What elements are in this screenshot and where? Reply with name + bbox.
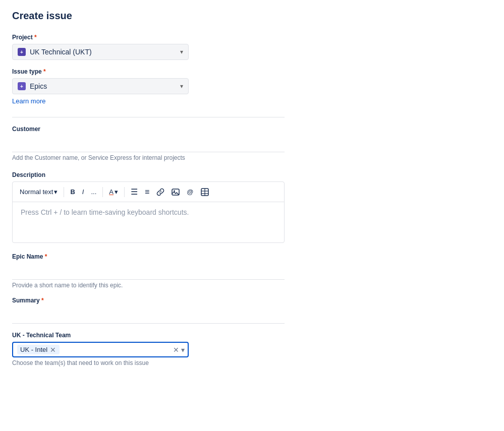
more-button[interactable]: ... — [88, 186, 99, 198]
team-select-icons: ✕ ▾ — [173, 346, 185, 354]
team-tag: UK - Intel ✕ — [17, 345, 60, 354]
description-field-group: Description Normal text ▾ B I ... A ▾ ☰ … — [12, 171, 492, 243]
team-tag-remove-button[interactable]: ✕ — [49, 346, 57, 353]
summary-label: Summary * — [12, 297, 492, 304]
mention-button[interactable]: @ — [184, 186, 196, 198]
link-icon — [156, 188, 164, 196]
project-icon: + — [18, 48, 26, 56]
epic-icon: + — [18, 82, 26, 90]
team-select[interactable]: UK - Intel ✕ ✕ ▾ — [12, 342, 189, 357]
chevron-down-icon: ▾ — [54, 188, 58, 196]
customer-label: Customer — [12, 126, 492, 133]
project-value: UK Technical (UKT) — [30, 48, 92, 56]
table-button[interactable] — [198, 186, 212, 198]
team-hint: Choose the team(s) that need to work on … — [12, 359, 492, 366]
team-field-group: UK - Technical Team UK - Intel ✕ ✕ ▾ Cho… — [12, 332, 492, 366]
issue-type-select[interactable]: + Epics ▾ — [12, 78, 189, 94]
summary-input[interactable] — [12, 307, 285, 324]
bold-button[interactable]: B — [67, 186, 78, 198]
customer-field-group: Customer Add the Customer name, or Servi… — [12, 126, 492, 161]
project-select[interactable]: + UK Technical (UKT) ▾ — [12, 44, 189, 60]
description-editor-body[interactable]: Press Ctrl + / to learn time-saving keyb… — [13, 202, 284, 242]
epic-name-input[interactable] — [12, 263, 285, 280]
toolbar-divider-2 — [102, 187, 103, 197]
project-field-group: Project * + UK Technical (UKT) ▾ — [12, 34, 492, 60]
description-label: Description — [12, 171, 492, 178]
issue-type-field-group: Issue type * + Epics ▾ Learn more — [12, 68, 492, 109]
numbered-list-button[interactable]: ≡ — [142, 186, 152, 199]
text-color-button[interactable]: A ▾ — [106, 186, 121, 198]
project-select-wrapper: + UK Technical (UKT) ▾ — [12, 44, 189, 60]
issue-type-label: Issue type * — [12, 68, 492, 75]
chevron-down-icon[interactable]: ▾ — [181, 346, 185, 354]
customer-input[interactable] — [12, 136, 285, 152]
epic-name-hint: Provide a short name to identify this ep… — [12, 282, 492, 289]
image-icon — [172, 188, 180, 196]
editor-placeholder: Press Ctrl + / to learn time-saving keyb… — [21, 208, 189, 216]
divider — [12, 117, 285, 117]
summary-field-group: Summary * — [12, 297, 492, 324]
bullet-list-button[interactable]: ☰ — [128, 185, 141, 199]
link-button[interactable] — [153, 186, 167, 198]
issue-type-value: Epics — [30, 82, 47, 90]
text-style-button[interactable]: Normal text ▾ — [17, 186, 61, 198]
epic-name-label: Epic Name * — [12, 253, 492, 260]
page-title: Create issue — [12, 10, 492, 22]
epic-name-field-group: Epic Name * Provide a short name to iden… — [12, 253, 492, 289]
toolbar-divider-3 — [124, 187, 125, 197]
chevron-down-icon: ▾ — [180, 48, 183, 55]
table-icon — [201, 188, 209, 196]
chevron-down-icon: ▾ — [180, 83, 183, 90]
learn-more-link[interactable]: Learn more — [12, 97, 45, 105]
toolbar-divider-1 — [64, 187, 64, 197]
clear-button[interactable]: ✕ — [173, 346, 179, 354]
description-editor: Normal text ▾ B I ... A ▾ ☰ ≡ — [12, 181, 285, 243]
svg-point-1 — [174, 190, 175, 192]
project-label: Project * — [12, 34, 492, 41]
chevron-down-icon: ▾ — [115, 188, 118, 196]
image-button[interactable] — [169, 186, 183, 198]
customer-hint: Add the Customer name, or Service Expres… — [12, 154, 492, 161]
editor-toolbar: Normal text ▾ B I ... A ▾ ☰ ≡ — [13, 182, 284, 202]
team-tag-label: UK - Intel — [20, 346, 47, 353]
issue-type-select-wrapper: + Epics ▾ — [12, 78, 189, 94]
italic-button[interactable]: I — [79, 186, 87, 198]
team-label: UK - Technical Team — [12, 332, 492, 339]
